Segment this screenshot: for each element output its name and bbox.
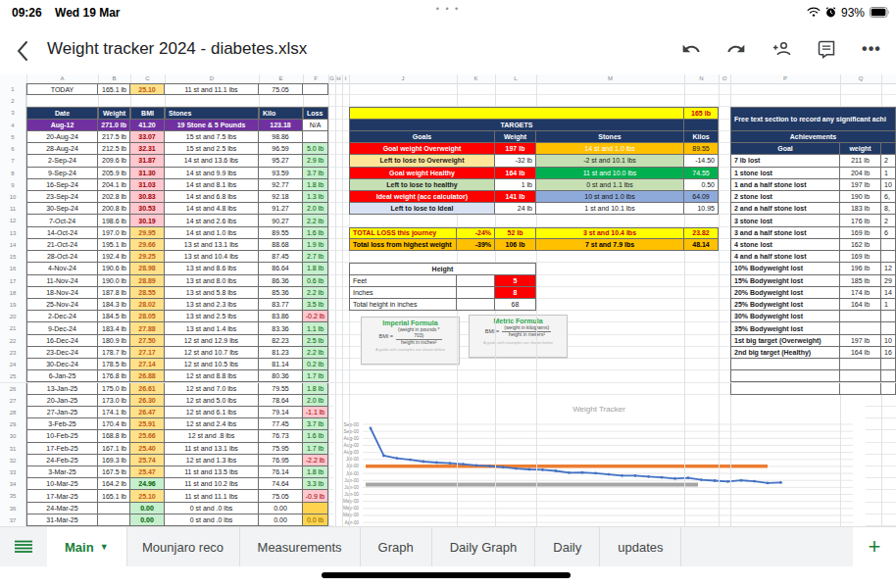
total-loss-stones[interactable]: 7 st and 7.9 lbs — [536, 239, 684, 251]
cell-today-bmi[interactable]: 25.10 — [130, 83, 165, 95]
cell-kilo[interactable]: 92.18 — [259, 191, 303, 203]
row-number[interactable]: 36 — [0, 503, 26, 514]
achievement-goal[interactable]: 3 stone lost — [730, 215, 840, 226]
cell-kilo[interactable]: 80.36 — [259, 370, 303, 382]
targets-goal[interactable]: Left to lose to healthy — [349, 179, 495, 191]
cell-loss[interactable]: -2.2 lb — [303, 455, 328, 466]
achievement-date-fragment[interactable]: 2 — [881, 215, 896, 226]
row-number[interactable]: 24 — [0, 359, 26, 370]
cell-date[interactable]: 2-Sep-24 — [26, 155, 98, 167]
targets-stones[interactable]: 0 st and 1.1 lbs — [536, 179, 684, 191]
cell-bmi[interactable]: 27.88 — [130, 322, 165, 334]
cell-stones[interactable]: 12 st and 10.7 lbs — [165, 347, 259, 359]
row-number[interactable]: 14 — [0, 239, 26, 251]
row-number[interactable]: 18 — [0, 287, 26, 299]
cell-weight[interactable]: 175.0 lb — [98, 383, 130, 395]
cell-loss[interactable]: 0.0 lb — [303, 514, 328, 526]
cell-weight[interactable]: 183.4 lb — [98, 322, 130, 334]
achievement-weight[interactable]: 169 lb — [840, 227, 881, 239]
cell[interactable] — [684, 120, 719, 131]
achievement-weight[interactable] — [840, 322, 881, 334]
targets-banner-value[interactable]: 165 lb — [684, 107, 719, 119]
back-chevron-icon[interactable] — [16, 40, 35, 62]
achievements-col-goal[interactable]: Goal — [730, 143, 840, 155]
row-number[interactable]: 11 — [0, 203, 26, 215]
cell[interactable] — [457, 287, 495, 299]
targets-goal[interactable]: Goal weight Overweight — [349, 143, 495, 155]
cell-kilo[interactable]: 75.05 — [259, 490, 303, 502]
row-number[interactable]: 15 — [0, 251, 26, 263]
cell-loss[interactable]: 1.3 lb — [303, 191, 328, 203]
comment-icon[interactable] — [816, 38, 837, 60]
cell-kilo[interactable]: 81.14 — [259, 359, 303, 370]
cell-stones[interactable]: 13 st and 8.0 lbs — [165, 275, 259, 287]
cell-start-loss[interactable]: N/A — [303, 120, 328, 131]
achievement-weight[interactable]: 164 lb — [840, 299, 881, 311]
achievement-goal[interactable]: 1 stone lost — [730, 168, 840, 179]
cell-weight[interactable]: 197.0 lb — [98, 227, 130, 239]
cell-loss[interactable]: 5.0 lb — [303, 143, 328, 155]
cell-bmi[interactable]: 33.07 — [130, 131, 165, 143]
cell[interactable] — [457, 299, 495, 311]
cell-stones[interactable]: 11 st and 13.5 lbs — [165, 466, 259, 478]
row-number[interactable]: 19 — [0, 299, 26, 311]
row-number[interactable]: 2 — [0, 95, 26, 107]
cell[interactable] — [881, 383, 896, 395]
cell-bmi[interactable]: 25.74 — [130, 455, 165, 466]
column-letter[interactable]: C — [130, 74, 165, 83]
achievement-goal[interactable]: 3 and a half stone lost — [730, 227, 840, 239]
cell-date[interactable]: 16-Dec-24 — [26, 335, 98, 347]
cell-loss[interactable]: 3.3 lb — [303, 478, 328, 490]
cell-loss[interactable]: 2.9 lb — [303, 155, 328, 167]
hamburger-menu-icon[interactable] — [0, 527, 47, 566]
total-loss-kilos[interactable]: 48.14 — [684, 239, 719, 251]
cell-stones[interactable]: 12 st and 12.9 lbs — [165, 335, 259, 347]
cell-stones[interactable]: 13 st and 10.4 lbs — [165, 251, 259, 263]
targets-title[interactable]: TARGETS — [349, 120, 684, 131]
targets-stones[interactable]: 11 st and 10.0 lbs — [536, 168, 684, 179]
main-table-header[interactable]: Date — [26, 107, 98, 119]
achievements-subheader[interactable]: Achievements — [730, 131, 896, 143]
cell-stones[interactable]: 13 st and 13.1 lbs — [165, 239, 259, 251]
column-letter[interactable]: F — [303, 74, 328, 83]
achievement-date-fragment[interactable] — [881, 311, 896, 322]
achievement-goal[interactable]: 7 lb lost — [730, 155, 840, 167]
cell-bmi[interactable]: 26.30 — [130, 395, 165, 407]
cell-date[interactable]: 30-Dec-24 — [26, 359, 98, 370]
cell-weight[interactable]: 198.6 lb — [98, 215, 130, 226]
cell-date[interactable]: 3-Feb-25 — [26, 418, 98, 430]
cell-bmi[interactable]: 31.30 — [130, 168, 165, 179]
cell-loss[interactable]: 1.7 lb — [303, 443, 328, 455]
achievement-goal[interactable]: 15% Bodyweight lost — [730, 275, 840, 287]
height-label[interactable]: Total height in inches — [349, 299, 457, 311]
cell-loss[interactable]: 2.5 lb — [303, 335, 328, 347]
undo-icon[interactable] — [680, 38, 702, 60]
cell-loss[interactable]: 0.2 lb — [303, 359, 328, 370]
total-loss-kilos[interactable]: 23.82 — [684, 227, 719, 239]
cell-weight[interactable]: 180.9 lb — [98, 335, 130, 347]
cell-kilo[interactable]: 88.68 — [259, 239, 303, 251]
cell-bmi[interactable]: 32.31 — [130, 143, 165, 155]
row-number[interactable]: 3 — [0, 107, 26, 119]
achievement-goal[interactable]: 1st big target (Overweight) — [730, 335, 840, 347]
sheet-tab-daily-graph[interactable]: Daily Graph — [432, 527, 536, 566]
column-letter[interactable]: O — [719, 74, 730, 83]
cell-stones[interactable]: 14 st and 4.8 lbs — [165, 203, 259, 215]
targets-header-weight[interactable]: Weight — [495, 131, 536, 143]
targets-header-goals[interactable]: Goals — [349, 131, 495, 143]
targets-stones[interactable]: -2 st and 10.1 lbs — [536, 155, 684, 167]
cell-stones[interactable]: 13 st and 2.3 lbs — [165, 299, 259, 311]
targets-weight[interactable]: 197 lb — [495, 143, 536, 155]
cell-weight[interactable]: 187.8 lb — [98, 287, 130, 299]
row-number[interactable]: 20 — [0, 311, 26, 322]
column-letter[interactable]: A — [26, 74, 98, 83]
targets-kilos[interactable]: 64.09 — [684, 191, 719, 203]
row-number[interactable]: 13 — [0, 227, 26, 239]
row-number[interactable]: 28 — [0, 407, 26, 418]
cell-date[interactable]: 14-Oct-24 — [26, 227, 98, 239]
achievement-date-fragment[interactable]: 2 — [881, 155, 896, 167]
achievement-weight[interactable] — [840, 311, 881, 322]
cell[interactable] — [730, 370, 840, 382]
achievement-weight[interactable]: 197 lb — [840, 335, 881, 347]
cell-bmi[interactable]: 25.91 — [130, 418, 165, 430]
